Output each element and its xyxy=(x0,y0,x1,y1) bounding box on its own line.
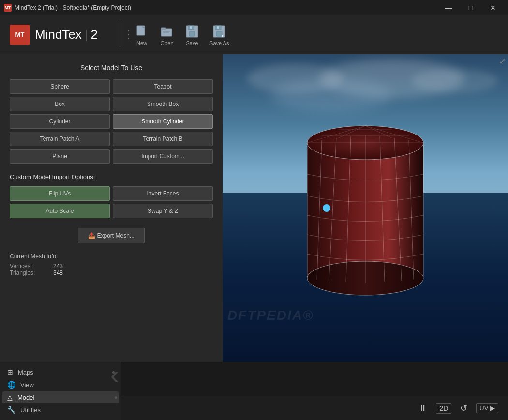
titlebar-text: MindTex 2 (Trial) - Softpedia* (Empty Pr… xyxy=(15,4,437,11)
rotate-button[interactable]: ↺ xyxy=(460,403,467,414)
model-label: Model xyxy=(17,394,34,401)
utilities-label: Utilities xyxy=(20,406,41,414)
export-mesh-label: Export Mesh... xyxy=(97,232,134,239)
model-smooth-box-button[interactable]: Smooth Box xyxy=(113,97,213,111)
minimize-button[interactable]: — xyxy=(437,0,460,15)
pause-button[interactable]: ⏸ xyxy=(418,403,427,413)
triangles-row: Triangles: 348 xyxy=(10,270,213,276)
invert-faces-button[interactable]: Invert Faces xyxy=(113,186,213,201)
view-label: View xyxy=(20,381,34,389)
model-grid: Sphere Teapot Box Smooth Box Cylinder Sm… xyxy=(10,79,213,164)
vertices-label: Vertices: xyxy=(10,263,48,270)
save-as-button[interactable]: + Save As xyxy=(209,24,229,46)
maps-icon: ⊞ xyxy=(7,368,13,376)
viewport[interactable]: ⤢ DFTPEDIA® xyxy=(223,54,508,362)
toolbar-actions: New Open xyxy=(134,24,229,46)
view-icon: 🌐 xyxy=(7,381,15,389)
vertices-row: Vertices: 243 xyxy=(10,263,213,270)
save-icon xyxy=(184,24,200,39)
select-model-title: Select Model To Use xyxy=(10,64,213,72)
logo-text: MindTex xyxy=(35,27,82,42)
model-container xyxy=(281,111,450,305)
model-icon: △ xyxy=(7,393,13,401)
svg-rect-11 xyxy=(190,26,192,29)
svg-rect-10 xyxy=(189,31,195,36)
save-as-icon: + xyxy=(211,24,227,39)
open-button[interactable]: Open xyxy=(159,24,175,46)
auto-scale-button[interactable]: Auto Scale xyxy=(10,204,110,218)
save-button[interactable]: Save xyxy=(184,24,200,46)
bottom-bar: ⏸ 2D ↺ UV ▶ xyxy=(121,396,508,420)
logo-area: MT MindTex | 2 xyxy=(10,25,98,45)
nav-arrow[interactable]: ‹ xyxy=(110,362,119,389)
save-as-label: Save As xyxy=(209,40,229,46)
toolbar-divider xyxy=(120,23,120,47)
new-icon xyxy=(134,24,149,39)
close-button[interactable]: ✕ xyxy=(482,0,504,15)
bottom-nav: ⊞ Maps 🌐 View △ Model 🔧 Utilities ? Help xyxy=(0,362,121,420)
corner-expand-icon[interactable]: ⤢ xyxy=(499,57,506,66)
maximize-button[interactable]: □ xyxy=(460,0,482,15)
maps-label: Maps xyxy=(18,369,33,376)
vertices-value: 243 xyxy=(53,263,63,270)
logo-separator: | xyxy=(85,27,88,42)
playback-controls: ⏸ 2D ↺ UV ▶ xyxy=(418,403,498,414)
export-icon: 📤 xyxy=(88,232,95,239)
custom-import-title: Custom Model Import Options: xyxy=(10,173,213,180)
swap-yz-button[interactable]: Swap Y & Z xyxy=(113,204,213,218)
export-mesh-button[interactable]: 📤 Export Mesh... xyxy=(78,228,145,243)
model-box-button[interactable]: Box xyxy=(10,97,110,111)
mesh-info-title: Current Mesh Info: xyxy=(10,253,213,260)
titlebar: MT MindTex 2 (Trial) - Softpedia* (Empty… xyxy=(0,0,508,15)
titlebar-controls: — □ ✕ xyxy=(437,0,504,15)
new-label: New xyxy=(136,40,147,46)
three-dots xyxy=(128,30,129,39)
svg-rect-15 xyxy=(217,26,219,29)
open-label: Open xyxy=(161,40,174,46)
model-plane-button[interactable]: Plane xyxy=(10,149,110,164)
model-dot xyxy=(115,396,117,399)
open-icon xyxy=(159,24,175,39)
nav-maps[interactable]: ⊞ Maps xyxy=(2,366,119,378)
cylinder-model xyxy=(281,111,450,305)
nav-model[interactable]: △ Model xyxy=(2,391,119,403)
titlebar-logo: MT xyxy=(4,4,12,12)
nav-items: ⊞ Maps 🌐 View △ Model 🔧 Utilities ? Help xyxy=(0,362,121,420)
new-button[interactable]: New xyxy=(134,24,149,46)
nav-help[interactable]: ? Help xyxy=(2,417,119,420)
model-sphere-button[interactable]: Sphere xyxy=(10,79,110,94)
model-teapot-button[interactable]: Teapot xyxy=(113,79,213,94)
flip-uvs-button[interactable]: Flip UVs xyxy=(10,186,110,201)
left-panel: Select Model To Use Sphere Teapot Box Sm… xyxy=(0,54,223,362)
model-smooth-cylinder-button[interactable]: Smooth Cylinder xyxy=(113,114,213,129)
toolbar: MT MindTex | 2 New xyxy=(0,15,508,54)
import-options-grid: Flip UVs Invert Faces Auto Scale Swap Y … xyxy=(10,186,213,218)
cloud-4 xyxy=(271,78,392,112)
mesh-info: Current Mesh Info: Vertices: 243 Triangl… xyxy=(10,253,213,276)
model-cylinder-button[interactable]: Cylinder xyxy=(10,114,110,129)
save-label: Save xyxy=(186,40,198,46)
main-area: Select Model To Use Sphere Teapot Box Sm… xyxy=(0,54,508,362)
logo-num: 2 xyxy=(91,27,98,42)
uv-button[interactable]: UV ▶ xyxy=(476,403,498,413)
mode-2d-button[interactable]: 2D xyxy=(436,403,451,414)
svg-point-38 xyxy=(323,204,330,212)
nav-view[interactable]: 🌐 View xyxy=(2,379,119,390)
nav-utilities[interactable]: 🔧 Utilities xyxy=(2,404,119,416)
model-terrain-b-button[interactable]: Terrain Patch B xyxy=(113,132,213,146)
utilities-icon: 🔧 xyxy=(7,406,15,414)
model-import-custom-button[interactable]: Import Custom... xyxy=(113,149,213,164)
triangles-label: Triangles: xyxy=(10,270,48,276)
model-terrain-a-button[interactable]: Terrain Patch A xyxy=(10,132,110,146)
triangles-value: 348 xyxy=(53,270,63,276)
cloud-3 xyxy=(411,69,498,93)
watermark: DFTPEDIA® xyxy=(227,308,314,323)
svg-text:+: + xyxy=(221,34,224,38)
logo-badge: MT xyxy=(10,25,30,45)
svg-rect-5 xyxy=(161,28,166,30)
